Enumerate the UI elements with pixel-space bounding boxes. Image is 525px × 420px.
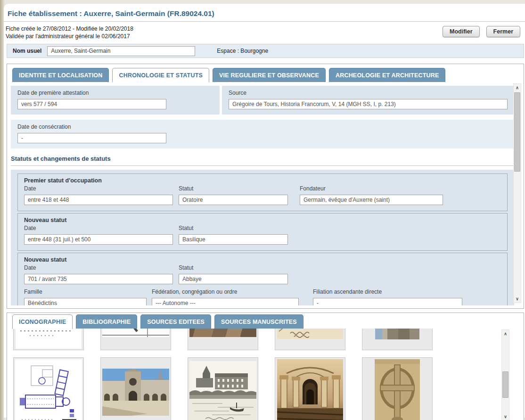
- nom-usuel-label: Nom usuel: [13, 48, 41, 54]
- source-input[interactable]: [229, 99, 508, 109]
- premier-statut-title: Premier statut d'occupation: [24, 177, 501, 184]
- nouveau-statut-2-date-input[interactable]: [24, 274, 173, 284]
- espace-label: Espace : Bourgogne: [217, 48, 268, 54]
- main-tab-panel: IDENTITE ET LOCALISATION CHRONOLOGIE ET …: [7, 64, 524, 309]
- gallery-scrollbar-thumb[interactable]: [502, 371, 509, 398]
- fondateur-input[interactable]: [300, 195, 443, 205]
- nom-usuel-input[interactable]: [47, 46, 195, 56]
- nouveau-statut-1-box: Nouveau statut Date Statut: [17, 213, 508, 251]
- nouveau-statut-1-title: Nouveau statut: [24, 217, 501, 223]
- nouveau-statut-1-fields: Date Statut: [24, 225, 501, 245]
- nouveau-statut-2-statut-input[interactable]: [179, 274, 288, 284]
- scroll-up-icon[interactable]: ∧: [502, 330, 509, 338]
- manuscript-image: [277, 329, 343, 339]
- source-cell: Source: [222, 86, 514, 115]
- tower-image: [375, 329, 419, 339]
- premier-statut-statut-input[interactable]: [179, 195, 288, 205]
- attestation-input[interactable]: [17, 99, 166, 109]
- gallery-thumbnail-carved-cross[interactable]: [362, 357, 433, 420]
- attestation-cell: Date de première attestation: [11, 86, 220, 115]
- federation-label: Fédération, congrégation ou ordre: [152, 288, 313, 295]
- identity-bar: Nom usuel Espace : Bourgogne: [7, 44, 524, 58]
- gallery-row-2: [13, 357, 447, 420]
- meta-row: Fiche créée le 27/08/2012 - Modifiée le …: [4, 22, 525, 42]
- filiation-label: Filiation ascendante directe: [313, 288, 462, 295]
- consecration-label: Date de consécration: [17, 124, 508, 130]
- famille-federation-fields: Famille Fédération, congrégation ou ordr…: [24, 288, 501, 305]
- scroll-down-icon[interactable]: ∨: [514, 295, 521, 303]
- river-engraving-image: [189, 361, 256, 420]
- nouveau-statut-1-statut-input[interactable]: [179, 234, 288, 245]
- premier-statut-box: Premier statut d'occupation Date Statut …: [17, 173, 508, 211]
- famille-label: Famille: [24, 288, 152, 295]
- nouveau-statut-1-date-input[interactable]: [24, 234, 173, 245]
- gallery-scrollbar[interactable]: ∧ ∨: [501, 329, 509, 420]
- chronologie-form-scroll-area: Date de première attestation Source Date…: [7, 82, 524, 305]
- gallery-thumbnail-crypt[interactable]: [275, 357, 345, 420]
- tab-bibliographie[interactable]: BIBLIOGRAPHIE: [76, 314, 137, 329]
- gallery-thumbnail-masonry[interactable]: [188, 329, 258, 350]
- modify-button[interactable]: Modifier: [443, 26, 480, 37]
- gallery-thumbnail-floor-plan[interactable]: [13, 357, 84, 420]
- gallery-thumbnail-engraving[interactable]: [100, 329, 171, 350]
- gallery-thumbnail-tower[interactable]: [362, 329, 433, 350]
- page-title: Fiche établissement : Auxerre, Saint-Ger…: [4, 4, 525, 21]
- nouveau-statut-2-title: Nouveau statut: [24, 256, 501, 263]
- tab-iconographie[interactable]: ICONOGRAPHIE: [12, 314, 73, 329]
- fiche-etablissement-page: Fiche établissement : Auxerre, Saint-Ger…: [4, 4, 525, 418]
- record-meta: Fiche créée le 27/08/2012 - Modifiée le …: [6, 25, 133, 40]
- statuts-container: Premier statut d'occupation Date Statut …: [11, 170, 514, 305]
- floor-plan-image: [15, 359, 82, 420]
- attestation-label: Date de première attestation: [17, 90, 213, 96]
- tab-identite-et-localisation[interactable]: IDENTITE ET LOCALISATION: [12, 68, 109, 82]
- statut-label: Statut: [179, 225, 300, 231]
- tab-archeologie-et-architecture[interactable]: ARCHEOLOGIE ET ARCHITECTURE: [329, 68, 446, 82]
- cyan-plan-image: [16, 329, 82, 349]
- premier-statut-fields: Date Statut Fondateur: [24, 185, 501, 205]
- close-button[interactable]: Fermer: [486, 26, 520, 37]
- gallery-thumbnail-river-engraving[interactable]: [188, 357, 258, 420]
- date-label: Date: [24, 225, 179, 231]
- courtyard-photo-image: [102, 369, 169, 416]
- engraving-image: [102, 329, 169, 337]
- gallery-thumbnail-manuscript[interactable]: [275, 329, 345, 350]
- scroll-up-icon[interactable]: ∧: [514, 84, 521, 91]
- gallery-tabbar: ICONOGRAPHIE BIBLIOGRAPHIE SOURCES EDITE…: [7, 313, 524, 329]
- masonry-image: [189, 329, 256, 337]
- famille-input[interactable]: [24, 298, 147, 305]
- crypt-photo-image: [277, 359, 343, 420]
- date-label: Date: [24, 185, 179, 192]
- statut-label: Statut: [179, 185, 300, 192]
- gallery-scroll-area: ∧ ∨: [7, 329, 524, 420]
- tab-sources-editees[interactable]: SOURCES EDITEES: [140, 314, 211, 329]
- record-created-modified: Fiche créée le 27/08/2012 - Modifiée le …: [6, 25, 133, 33]
- gallery-panel: ICONOGRAPHIE BIBLIOGRAPHIE SOURCES EDITE…: [7, 313, 524, 420]
- attestation-source-row: Date de première attestation Source: [11, 86, 514, 115]
- tab-vie-reguliere-et-observance[interactable]: VIE REGULIERE ET OBSERVANCE: [213, 68, 326, 82]
- carved-cross-image: [375, 359, 420, 420]
- date-label: Date: [24, 264, 179, 271]
- tab-chronologie-et-statuts[interactable]: CHRONOLOGIE ET STATUTS: [112, 68, 209, 82]
- gallery-row-1: [13, 329, 447, 350]
- statuts-section-heading: Statuts et changements de statuts: [11, 155, 514, 166]
- gallery-thumbnail-courtyard[interactable]: [100, 357, 171, 420]
- header-buttons: Modifier Fermer: [443, 25, 522, 37]
- filiation-input[interactable]: [313, 298, 462, 305]
- gallery-thumbnail-cyan-plan[interactable]: [13, 329, 84, 350]
- nouveau-statut-2-fields: Date Statut: [24, 264, 501, 284]
- form-scrollbar-thumb[interactable]: [514, 92, 520, 172]
- record-validated: Validée par l'administrateur général le …: [6, 33, 133, 40]
- nouveau-statut-2-box: Nouveau statut Date Statut Fam: [17, 253, 508, 305]
- fondateur-label: Fondateur: [300, 185, 443, 192]
- tab-sources-manuscrites[interactable]: SOURCES MANUSCRITES: [214, 314, 304, 329]
- federation-input[interactable]: [152, 298, 299, 305]
- source-label: Source: [229, 90, 508, 96]
- premier-statut-date-input[interactable]: [24, 195, 173, 205]
- main-tabbar: IDENTITE ET LOCALISATION CHRONOLOGIE ET …: [7, 64, 524, 82]
- consecration-cell: Date de consécration: [11, 120, 514, 148]
- form-scrollbar[interactable]: ∧ ∨: [513, 83, 521, 303]
- statut-label: Statut: [179, 264, 300, 271]
- scroll-down-icon[interactable]: ∨: [502, 413, 509, 420]
- consecration-input[interactable]: [17, 133, 166, 143]
